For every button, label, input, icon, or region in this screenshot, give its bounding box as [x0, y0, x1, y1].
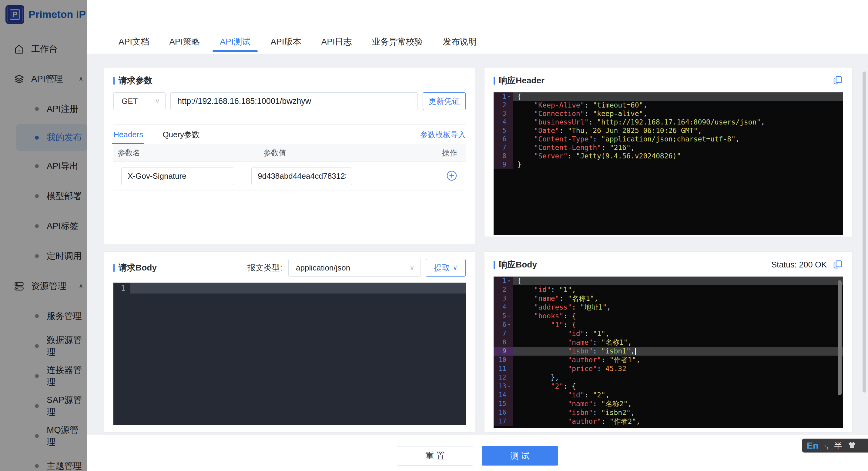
drawer-tabbar: API文档API策略API测试API版本API日志业务异常校验发布说明 — [87, 0, 868, 54]
tab-release-notes[interactable]: 发布说明 — [435, 30, 485, 54]
fold-caret-icon[interactable]: ▾ — [506, 92, 512, 101]
reset-button[interactable]: 重 置 — [397, 446, 473, 466]
tab-api-test[interactable]: API测试 — [212, 30, 258, 54]
chevron-down-icon: ∨ — [155, 97, 160, 105]
sidebar: P Primeton iP 工作台API管理∧API注册我的发布API导出模型部… — [0, 0, 87, 471]
line-number: 6 — [494, 135, 513, 143]
tab-api-version[interactable]: API版本 — [262, 30, 309, 54]
method-value: GET — [122, 97, 137, 106]
chevron-down-icon: ∨ — [453, 264, 458, 271]
tab-api-doc[interactable]: API文档 — [111, 30, 157, 54]
code-line: 8"name": "名称1", — [494, 338, 843, 347]
params-table-body — [114, 162, 466, 191]
code-line: 7"Content-Length": "216", — [494, 143, 843, 152]
ime-language-toggle[interactable]: En — [807, 440, 818, 451]
line-number: 7 — [494, 329, 513, 338]
content-type-label: 报文类型: — [247, 262, 282, 273]
subtab-headers[interactable]: Headers — [114, 125, 143, 144]
chevron-down-icon: ∨ — [410, 264, 414, 272]
api-test-drawer: API文档API策略API测试API版本API日志业务异常校验发布说明 请求参数… — [87, 0, 868, 471]
line-number: 12 — [494, 373, 513, 382]
active-subtab-underline — [112, 143, 144, 144]
tab-label: API测试 — [220, 36, 250, 47]
response-body-card: 响应Body Status: 200 OK 1▾{2"id": "1",3"na… — [484, 251, 852, 433]
request-params-card: 请求参数 GET ∨ 更新凭证 HeadersQuery参数参数模板导入 参数名… — [104, 67, 475, 245]
subtab-label: Headers — [114, 130, 143, 139]
ime-skin-icon[interactable] — [847, 442, 857, 449]
line-number: 6▾ — [494, 321, 513, 329]
add-param-icon[interactable] — [446, 170, 457, 182]
code-line: 3"Connection": "keep-alive", — [494, 109, 843, 118]
subtab-label: Query参数 — [162, 129, 200, 140]
tab-label: 业务异常校验 — [372, 36, 423, 47]
url-input[interactable] — [170, 92, 418, 110]
request-body-card: 请求Body 报文类型: application/json ∨ 提取∨ 1 — [104, 251, 475, 433]
code-line: 14"id": "2", — [494, 391, 843, 400]
page-scrollbar[interactable] — [863, 54, 867, 435]
code-line: 1▾{ — [494, 92, 843, 101]
tab-label: API版本 — [271, 36, 301, 47]
code-line: 4"businessUrl": "http://192.168.17.164:8… — [494, 118, 843, 126]
drawer-body: 请求参数 GET ∨ 更新凭证 HeadersQuery参数参数模板导入 参数名… — [87, 54, 868, 435]
ime-punctuation-toggle[interactable]: ·, — [824, 441, 829, 450]
column-header-value: 参数值 — [251, 148, 432, 158]
ime-width-toggle[interactable]: 半 — [834, 440, 842, 451]
column-header-name: 参数名 — [114, 148, 251, 158]
fold-caret-icon[interactable]: ▾ — [506, 312, 512, 321]
response-header-editor[interactable]: 1▾{2"Keep-Alive": "timeout=60",3"Connect… — [494, 92, 843, 235]
fold-caret-icon[interactable]: ▾ — [506, 321, 512, 329]
extract-dropdown-button[interactable]: 提取∨ — [426, 259, 466, 276]
response-body-editor[interactable]: 1▾{2"id": "1",3"name": "名称1",4"address":… — [494, 276, 843, 428]
status-badge: Status: 200 OK — [771, 260, 827, 270]
fold-caret-icon[interactable]: ▾ — [506, 382, 512, 391]
code-line: 11"price": 45.32 — [494, 364, 843, 373]
section-accent-bar — [494, 77, 495, 85]
line-number: 8 — [494, 152, 513, 160]
app-root: P Primeton iP 工作台API管理∧API注册我的发布API导出模型部… — [0, 0, 868, 471]
section-title-request-params: 请求参数 — [119, 75, 153, 86]
code-line: 16"isbn": "isbn2", — [494, 408, 843, 417]
params-subtabs: HeadersQuery参数参数模板导入 — [114, 125, 466, 144]
line-number: 4 — [494, 118, 513, 126]
line-number: 16 — [494, 408, 513, 417]
param-template-import-link[interactable]: 参数模板导入 — [420, 130, 466, 140]
line-number: 2 — [494, 285, 513, 294]
request-body-editor[interactable]: 1 — [114, 282, 466, 425]
code-line: 2"Keep-Alive": "timeout=60", — [494, 101, 843, 109]
content-type-value: application/json — [296, 263, 350, 273]
section-title-request-body: 请求Body — [119, 262, 157, 273]
param-value-input[interactable] — [251, 168, 352, 185]
section-title-response-header: 响应Header — [499, 75, 545, 86]
line-number: 13▾ — [494, 382, 513, 391]
tab-api-policy[interactable]: API策略 — [161, 30, 208, 54]
modal-overlay[interactable] — [0, 0, 87, 471]
fold-caret-icon[interactable]: ▾ — [506, 276, 512, 285]
code-line: 7"id": "1", — [494, 329, 843, 338]
copy-icon[interactable] — [832, 75, 843, 86]
update-credential-button[interactable]: 更新凭证 — [423, 92, 466, 110]
section-accent-bar — [494, 261, 495, 269]
subtab-query[interactable]: Query参数 — [162, 125, 200, 144]
editor-scrollbar-thumb[interactable] — [838, 280, 842, 395]
tab-api-log[interactable]: API日志 — [313, 30, 360, 54]
page-scrollbar-thumb[interactable] — [863, 71, 866, 393]
copy-icon[interactable] — [832, 259, 843, 270]
tab-biz-exception-check[interactable]: 业务异常校验 — [364, 30, 431, 54]
line-number: 3 — [494, 294, 513, 303]
code-line: 6"Content-Type": "application/json;chars… — [494, 135, 843, 143]
line-number: 9 — [494, 160, 513, 169]
code-line: 17"author": "作者2", — [494, 417, 843, 426]
text-cursor — [635, 348, 636, 355]
code-line: 13▾"2": { — [494, 382, 843, 391]
line-number: 5 — [494, 126, 513, 135]
line-number: 9 — [494, 347, 513, 356]
tab-label: API文档 — [119, 36, 149, 47]
line-number: 15 — [494, 400, 513, 408]
column-header-action: 操作 — [432, 148, 466, 158]
code-line: 5▾"books": { — [494, 312, 843, 321]
ime-status-bar[interactable]: En ·, 半 — [802, 439, 868, 452]
param-name-input[interactable] — [121, 168, 234, 185]
test-button[interactable]: 测 试 — [482, 446, 558, 466]
content-type-select[interactable]: application/json ∨ — [288, 259, 421, 276]
method-select[interactable]: GET ∨ — [114, 92, 165, 110]
